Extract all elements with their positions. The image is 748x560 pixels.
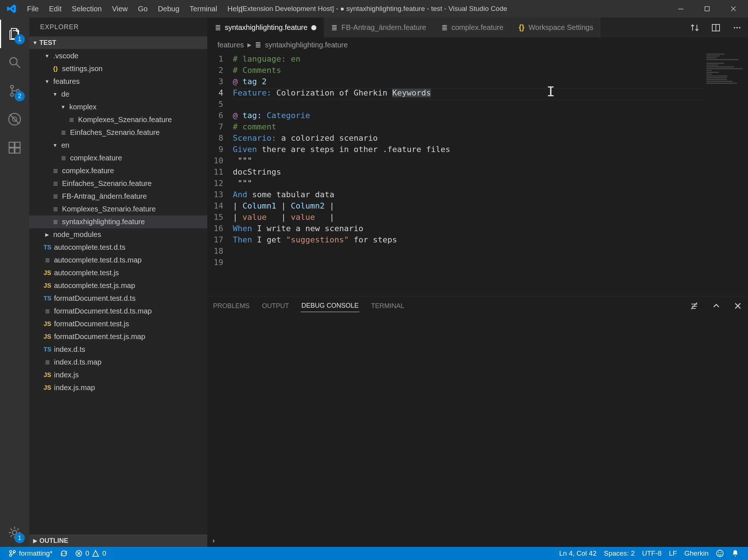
tree-file[interactable]: JSautocomplete.test.js [29,267,207,279]
editor-tab[interactable]: ≣complex.feature [434,18,511,38]
status-language[interactable]: Gherkin [680,549,712,557]
status-position[interactable]: Ln 4, Col 42 [555,549,600,557]
menu-view[interactable]: View [107,2,133,16]
tree-file[interactable]: ≣Komplexes_Szenario.feature [29,203,207,215]
debug-console-body[interactable]: › [207,315,748,547]
menu-go[interactable]: Go [133,2,153,16]
code-line[interactable] [233,246,748,258]
activity-settings[interactable]: 1 [0,518,29,547]
split-editor-icon[interactable] [709,20,723,35]
tree-file[interactable]: ≣Komplexes_Szenario.feature [29,113,207,126]
status-problems[interactable]: 0 0 [72,549,110,557]
collapse-panel-icon[interactable] [711,300,722,311]
menu-terminal[interactable]: Terminal [185,2,223,16]
minimap[interactable] [704,52,748,296]
activity-scm-badge: 2 [15,91,25,101]
code-line[interactable]: Given there are steps in other .feature … [233,145,748,156]
code-line[interactable]: # Comments [233,66,748,77]
tree-file[interactable]: ≣autocomplete.test.d.ts.map [29,254,207,267]
tree-file[interactable]: JSindex.js [29,369,207,381]
activity-extensions[interactable] [0,133,29,162]
code-line[interactable] [233,258,748,269]
explorer-section-header[interactable]: ▼ TEST [29,36,207,49]
tree-folder[interactable]: ▼features [29,75,207,88]
tree-file[interactable]: ≣formatDocument.test.d.ts.map [29,305,207,318]
tree-file[interactable]: ≣complex.feature [29,164,207,177]
activity-explorer[interactable]: 1 [0,20,29,48]
svg-rect-11 [15,142,20,147]
tree-file[interactable]: JSformatDocument.test.js.map [29,330,207,343]
activity-debug[interactable] [0,105,29,133]
menu-edit[interactable]: Edit [44,2,66,16]
panel-tab-problems[interactable]: PROBLEMS [212,300,250,312]
panel-tab-output[interactable]: OUTPUT [261,300,290,312]
menu-help[interactable]: Help [222,2,247,16]
tree-file[interactable]: ≣syntaxhighlighting.feature [29,215,207,228]
tree-folder[interactable]: ▼en [29,139,207,152]
minimize-button[interactable] [668,0,694,18]
breadcrumbs[interactable]: features ▶ ≣ syntaxhighlighting.feature [207,38,748,52]
tree-file[interactable]: ≣Einfaches_Szenario.feature [29,126,207,139]
tree-file[interactable]: ≣Einfaches_Szenario.feature [29,177,207,190]
tree-file[interactable]: JSindex.js.map [29,381,207,394]
more-actions-icon[interactable] [730,20,744,35]
clear-console-icon[interactable] [689,300,700,311]
code-line[interactable]: Scenario: a colorized scenario [233,133,748,145]
code-line[interactable]: | value | value | [233,213,748,224]
close-panel-icon[interactable] [733,301,743,311]
activity-scm[interactable]: 2 [0,77,29,105]
menu-debug[interactable]: Debug [153,2,185,16]
editor-tab[interactable]: ≣FB-Antrag_ändern.feature [324,18,434,38]
tree-file[interactable]: TSindex.d.ts [29,343,207,356]
status-encoding[interactable]: UTF-8 [638,549,665,557]
code-line[interactable]: | Column1 | Column2 | [233,201,748,213]
tree-folder[interactable]: ▼.vscode [29,50,207,62]
code-line[interactable]: And some tabular data [233,190,748,201]
tree-folder[interactable]: ▶node_modules [29,228,207,241]
code-line[interactable]: """ [233,156,748,167]
tree-file[interactable]: ≣complex.feature [29,152,207,164]
panel-tab-terminal[interactable]: TERMINAL [370,300,405,312]
menu-file[interactable]: File [22,2,44,16]
code-line[interactable]: Feature: Colorization of Gherkin Keyword… [233,88,748,100]
code-line[interactable]: # comment [233,122,748,133]
compare-changes-icon[interactable] [687,20,702,35]
tree-folder[interactable]: ▼de [29,88,207,101]
code-line[interactable]: # language: en [233,54,748,66]
code-line[interactable]: Then I get "suggestions" for steps [233,235,748,246]
tree-file[interactable]: TSformatDocument.test.d.ts [29,292,207,305]
breadcrumb-file[interactable]: syntaxhighlighting.feature [265,41,348,49]
close-button[interactable] [720,0,747,18]
tree-folder[interactable]: ▼komplex [29,101,207,113]
status-notifications[interactable] [728,549,743,557]
tree-file[interactable]: ≣index.d.ts.map [29,356,207,369]
tree-file[interactable]: TSautocomplete.test.d.ts [29,241,207,254]
tree-item-label: de [61,90,69,98]
code-line[interactable] [233,100,748,111]
breadcrumb-folder[interactable]: features [217,41,244,49]
activity-search[interactable] [0,48,29,77]
code-line[interactable]: docStrings [233,167,748,179]
tree-file[interactable]: ≣FB-Antrag_ändern.feature [29,190,207,203]
tree-file[interactable]: JSautocomplete.test.js.map [29,279,207,292]
status-feedback[interactable] [712,549,728,557]
editor-tab[interactable]: ≣syntaxhighlighting.feature [207,18,324,38]
outline-section-header[interactable]: ▶ OUTLINE [29,534,207,547]
status-sync[interactable] [56,549,72,557]
code-line[interactable]: @ tag 2 [233,77,748,88]
editor-tab[interactable]: {}Workspace Settings [511,18,601,38]
status-eol[interactable]: LF [665,549,680,557]
menu-selection[interactable]: Selection [67,2,107,16]
tree-file[interactable]: {}settings.json [29,62,207,75]
code-line[interactable]: @ tag: Categorie [233,111,748,122]
code-area[interactable]: I # language: en# Comments@ tag 2Feature… [233,52,748,296]
tree-file[interactable]: JSformatDocument.test.js [29,318,207,330]
maximize-button[interactable] [694,0,720,18]
status-branch[interactable]: formatting* [5,549,56,557]
status-spaces[interactable]: Spaces: 2 [600,549,639,557]
tree-item-label: node_modules [53,230,101,239]
editor-body[interactable]: 12345678910111213141516171819 I # langua… [207,52,748,296]
code-line[interactable]: When I write a new scenario [233,224,748,235]
code-line[interactable]: """ [233,179,748,190]
panel-tab-debug-console[interactable]: DEBUG CONSOLE [301,300,359,312]
